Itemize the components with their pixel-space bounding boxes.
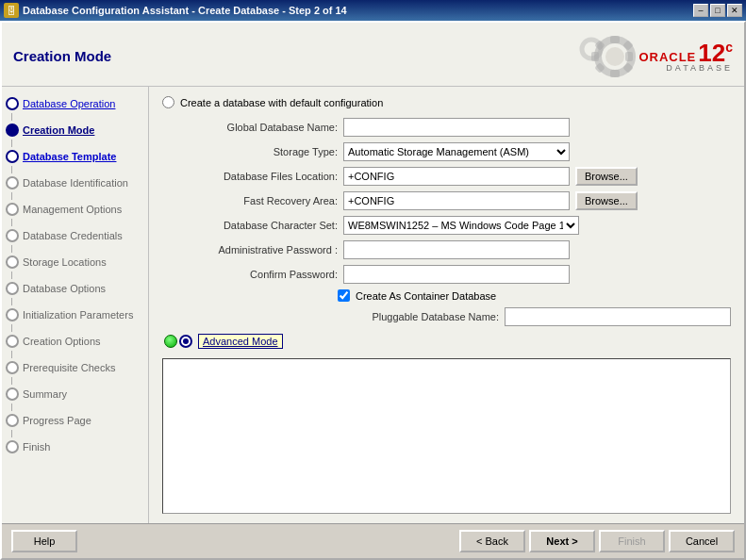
advanced-icons bbox=[162, 335, 192, 348]
maximize-button[interactable]: □ bbox=[710, 4, 725, 17]
db-charset-row: Database Character Set: WE8MSWIN1252 – M… bbox=[162, 216, 731, 235]
sidebar-label-management-options: Management Options bbox=[23, 204, 122, 215]
main-content: Create a database with default configura… bbox=[149, 87, 744, 523]
sidebar-item-finish[interactable]: Finish bbox=[2, 437, 148, 456]
window-title: Database Configuration Assistant - Creat… bbox=[23, 5, 347, 16]
radio-default-row: Create a database with default configura… bbox=[162, 96, 731, 108]
advanced-mode-row: Advanced Mode bbox=[162, 334, 731, 349]
bottom-bar: Help < Back Next > Finish Cancel bbox=[2, 523, 744, 558]
sidebar-item-summary[interactable]: Summary bbox=[2, 385, 148, 404]
sidebar-item-creation-options[interactable]: Creation Options bbox=[2, 332, 148, 351]
step-icon-6 bbox=[6, 229, 19, 242]
navigation-buttons: < Back Next > Finish Cancel bbox=[459, 530, 735, 552]
step-icon-5 bbox=[6, 203, 19, 216]
gear-decoration bbox=[563, 30, 638, 82]
confirm-password-label: Confirm Password: bbox=[177, 269, 338, 280]
sidebar-item-creation-mode[interactable]: Creation Mode bbox=[2, 121, 148, 140]
db-charset-label: Database Character Set: bbox=[177, 220, 338, 231]
radio-advanced-dot bbox=[183, 338, 189, 344]
admin-password-label: Administrative Password : bbox=[177, 244, 338, 255]
admin-password-row: Administrative Password : bbox=[162, 240, 731, 259]
confirm-password-row: Confirm Password: bbox=[162, 265, 731, 284]
step-icon-9 bbox=[6, 308, 19, 321]
fast-recovery-browse-button[interactable]: Browse... bbox=[575, 191, 638, 210]
sidebar-label-summary: Summary bbox=[23, 388, 67, 400]
svg-rect-5 bbox=[625, 52, 633, 61]
pluggable-db-label: Pluggable Database Name: bbox=[353, 311, 499, 322]
sidebar-item-management-options[interactable]: Management Options bbox=[2, 200, 148, 219]
oracle-logo-area: ORACLE 12c DATABASE bbox=[563, 30, 733, 82]
step-icon-7 bbox=[6, 255, 19, 269]
sidebar-item-database-operation[interactable]: Database Operation bbox=[2, 94, 148, 113]
fast-recovery-input[interactable] bbox=[343, 191, 570, 210]
sidebar-item-initialization-parameters[interactable]: Initialization Parameters bbox=[2, 305, 148, 324]
svg-point-1 bbox=[605, 47, 624, 66]
cancel-button[interactable]: Cancel bbox=[669, 530, 735, 552]
step-icon-13 bbox=[6, 414, 19, 427]
window-controls: – □ ✕ bbox=[693, 4, 742, 17]
db-files-browse-button[interactable]: Browse... bbox=[575, 167, 638, 186]
close-button[interactable]: ✕ bbox=[727, 4, 742, 17]
sidebar-label-storage-locations: Storage Locations bbox=[23, 256, 107, 268]
step-icon-2 bbox=[6, 124, 19, 137]
sidebar-label-database-credentials: Database Credentials bbox=[23, 230, 123, 241]
sidebar-item-progress-page[interactable]: Progress Page bbox=[2, 411, 148, 430]
step-icon-11 bbox=[6, 361, 19, 374]
sidebar-label-creation-mode: Creation Mode bbox=[23, 124, 94, 136]
db-files-location-row: Database Files Location: Browse... bbox=[162, 167, 731, 186]
storage-type-label: Storage Type: bbox=[177, 146, 338, 157]
sidebar: Database Operation Creation Mode Databas… bbox=[2, 87, 149, 523]
back-button[interactable]: < Back bbox=[459, 530, 525, 552]
content-area: Database Operation Creation Mode Databas… bbox=[2, 87, 744, 523]
oracle-text: ORACLE bbox=[638, 50, 696, 64]
oracle-logo: ORACLE 12c DATABASE bbox=[638, 41, 733, 73]
sidebar-item-database-identification[interactable]: Database Identification bbox=[2, 173, 148, 192]
svg-rect-3 bbox=[610, 70, 620, 77]
oracle-sub: DATABASE bbox=[666, 63, 733, 73]
radio-advanced-icon bbox=[179, 335, 192, 348]
finish-button[interactable]: Finish bbox=[599, 530, 665, 552]
page-title: Creation Mode bbox=[13, 48, 111, 64]
fast-recovery-row: Fast Recovery Area: Browse... bbox=[162, 191, 731, 210]
svg-rect-2 bbox=[610, 36, 620, 43]
info-box bbox=[162, 358, 731, 514]
step-icon-14 bbox=[6, 440, 19, 453]
db-charset-select[interactable]: WE8MSWIN1252 – MS Windows Code Page 1252… bbox=[343, 216, 579, 235]
db-files-location-input[interactable] bbox=[343, 167, 570, 186]
green-dot-icon bbox=[164, 335, 177, 348]
sidebar-label-progress-page: Progress Page bbox=[23, 415, 91, 426]
advanced-mode-link[interactable]: Advanced Mode bbox=[198, 334, 283, 349]
oracle-version: 12c bbox=[698, 41, 733, 65]
radio-default[interactable] bbox=[162, 96, 174, 108]
create-container-label[interactable]: Create As Container Database bbox=[356, 290, 496, 302]
step-icon-4 bbox=[6, 176, 19, 189]
storage-type-row: Storage Type: Automatic Storage Manageme… bbox=[162, 142, 731, 161]
sidebar-item-database-template[interactable]: Database Template bbox=[2, 147, 148, 166]
global-db-name-input[interactable] bbox=[343, 118, 570, 137]
sidebar-item-prerequisite-checks[interactable]: Prerequisite Checks bbox=[2, 358, 148, 377]
storage-type-select[interactable]: Automatic Storage Management (ASM) bbox=[343, 142, 570, 161]
pluggable-db-input[interactable] bbox=[505, 307, 731, 326]
step-icon-10 bbox=[6, 335, 19, 348]
sidebar-item-database-credentials[interactable]: Database Credentials bbox=[2, 226, 148, 245]
create-container-row: Create As Container Database bbox=[162, 289, 731, 302]
fast-recovery-label: Fast Recovery Area: bbox=[177, 195, 338, 206]
admin-password-input[interactable] bbox=[343, 240, 570, 259]
sidebar-item-database-options[interactable]: Database Options bbox=[2, 279, 148, 298]
global-db-name-label: Global Database Name: bbox=[177, 122, 338, 133]
sidebar-item-storage-locations[interactable]: Storage Locations bbox=[2, 253, 148, 272]
sidebar-label-prerequisite-checks: Prerequisite Checks bbox=[23, 362, 115, 373]
step-icon-1 bbox=[6, 97, 19, 110]
step-icon-12 bbox=[6, 387, 19, 401]
radio-default-label[interactable]: Create a database with default configura… bbox=[180, 97, 383, 108]
confirm-password-input[interactable] bbox=[343, 265, 570, 284]
help-button[interactable]: Help bbox=[11, 530, 77, 552]
step-icon-3 bbox=[6, 150, 19, 163]
header-area: Creation Mode OR bbox=[2, 23, 744, 87]
sidebar-label-finish: Finish bbox=[23, 441, 50, 453]
sidebar-label-database-operation: Database Operation bbox=[23, 98, 115, 109]
gear-svg bbox=[563, 30, 638, 82]
minimize-button[interactable]: – bbox=[693, 4, 708, 17]
create-container-checkbox[interactable] bbox=[338, 289, 350, 302]
next-button[interactable]: Next > bbox=[529, 530, 595, 552]
